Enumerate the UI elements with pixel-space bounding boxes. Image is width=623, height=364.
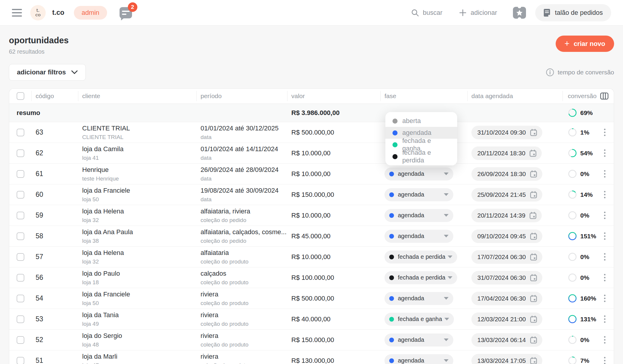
row-checkbox[interactable] xyxy=(17,170,24,178)
fase-select[interactable]: agendada xyxy=(384,167,453,181)
page-title: oportunidades xyxy=(9,36,69,45)
dropdown-item-fechada-e-perdida[interactable]: fechada e perdida xyxy=(385,151,457,162)
row-menu-button[interactable] xyxy=(603,231,607,241)
scheduled-date-picker[interactable]: 09/10/2024 09:45 xyxy=(471,229,542,243)
chevron-down-icon xyxy=(444,173,449,175)
add-filters-button[interactable]: adicionar filtros xyxy=(9,64,86,81)
admin-badge[interactable]: admin xyxy=(74,6,107,20)
row-checkbox[interactable] xyxy=(17,253,24,261)
order-pad-button[interactable]: talão de pedidos xyxy=(535,4,611,21)
create-new-button[interactable]: + criar novo xyxy=(556,36,614,52)
period-value: 19/08/2024 até 30/09/2024 xyxy=(201,187,279,194)
row-menu-button[interactable] xyxy=(603,335,607,345)
row-checkbox[interactable] xyxy=(17,212,24,219)
scheduled-date-picker[interactable]: 17/04/2024 06:30 xyxy=(471,292,542,305)
row-checkbox[interactable] xyxy=(17,149,24,157)
scheduled-date-picker[interactable]: 31/07/2024 06:30 xyxy=(471,271,542,285)
fase-select[interactable]: agendada xyxy=(384,292,453,305)
row-menu-button[interactable] xyxy=(603,127,607,137)
row-checkbox[interactable] xyxy=(17,191,24,199)
row-checkbox[interactable] xyxy=(17,274,24,282)
fase-select[interactable]: fechada e perdida xyxy=(384,250,457,264)
scheduled-date-picker[interactable]: 13/03/2024 06:14 xyxy=(471,333,542,347)
fase-select[interactable]: agendada xyxy=(384,209,453,222)
fase-select[interactable]: fechada e ganha xyxy=(384,313,454,326)
column-header-valor[interactable]: valor xyxy=(287,89,380,103)
scheduled-date-picker[interactable]: 25/09/2024 21:45 xyxy=(471,188,542,202)
calendar-icon xyxy=(530,336,537,344)
row-checkbox[interactable] xyxy=(17,315,24,323)
favorites-button[interactable] xyxy=(513,7,526,19)
row-menu-button[interactable] xyxy=(603,169,607,179)
select-all-checkbox[interactable] xyxy=(17,92,24,100)
row-code: 61 xyxy=(31,164,78,184)
conversion-value: 14% xyxy=(580,191,593,198)
info-icon[interactable] xyxy=(546,68,554,76)
column-header-cliente[interactable]: cliente xyxy=(78,89,196,103)
column-header-conversao[interactable]: conversão xyxy=(568,92,597,100)
row-code: 53 xyxy=(31,309,78,329)
scheduled-date-picker[interactable]: 26/09/2024 18:30 xyxy=(471,167,542,181)
conversion-value: 0% xyxy=(580,336,589,344)
row-checkbox[interactable] xyxy=(17,357,24,364)
search-button[interactable]: buscar xyxy=(411,9,442,17)
column-header-fase[interactable]: fase xyxy=(380,89,467,103)
create-new-label: criar novo xyxy=(574,40,605,48)
row-code: 54 xyxy=(31,288,78,309)
scheduled-date-picker[interactable]: 20/11/2024 14:39 xyxy=(471,209,542,222)
fase-label: agendada xyxy=(398,170,441,177)
scheduled-date-picker[interactable]: 12/03/2024 21:00 xyxy=(471,312,542,326)
plus-icon xyxy=(459,9,467,17)
conversion-ring xyxy=(568,169,577,178)
client-name: loja do Paulo xyxy=(82,270,120,277)
scheduled-date: 26/09/2024 18:30 xyxy=(477,170,526,178)
conversion-ring xyxy=(568,314,577,324)
fase-select[interactable]: fechada e perdida xyxy=(384,271,457,284)
filter-bar: adicionar filtros tempo de conversão xyxy=(0,55,623,88)
column-header-codigo[interactable]: código xyxy=(31,89,78,103)
scheduled-date-picker[interactable]: 13/03/2024 17:05 xyxy=(471,354,542,364)
conversion-value: 160% xyxy=(580,295,596,302)
row-checkbox[interactable] xyxy=(17,295,24,302)
scheduled-date-picker[interactable]: 20/11/2024 18:30 xyxy=(471,146,542,160)
row-checkbox[interactable] xyxy=(17,232,24,240)
table-row: 63 CLIENTE TRIAL CLIENTE TRIAL 01/01/202… xyxy=(9,122,614,143)
dropdown-item-aberta[interactable]: aberta xyxy=(385,115,457,127)
row-menu-button[interactable] xyxy=(603,356,607,364)
chevron-down-icon xyxy=(444,193,449,196)
fase-select[interactable]: agendada xyxy=(384,333,453,347)
row-value: R$ 45.000,00 xyxy=(287,226,380,246)
scheduled-date-picker[interactable]: 31/10/2024 09:30 xyxy=(471,126,542,139)
row-menu-button[interactable] xyxy=(603,210,607,220)
row-menu-button[interactable] xyxy=(603,314,607,324)
scheduled-date: 17/04/2024 06:30 xyxy=(477,295,526,302)
fase-select[interactable]: agendada xyxy=(384,230,453,243)
period-value: 01/10/2024 até 14/11/2024 xyxy=(201,145,278,153)
row-menu-button[interactable] xyxy=(603,252,607,262)
scheduled-date: 20/11/2024 14:39 xyxy=(477,212,525,219)
column-header-data-agendada[interactable]: data agendada xyxy=(467,89,562,103)
column-header-periodo[interactable]: período xyxy=(196,89,287,103)
period-value: alfaiataria, calçados, cosme... xyxy=(201,228,287,236)
client-name: loja da Franciele xyxy=(82,187,130,194)
row-menu-button[interactable] xyxy=(603,273,607,282)
row-checkbox[interactable] xyxy=(17,336,24,344)
row-menu-button[interactable] xyxy=(603,293,607,303)
menu-icon[interactable] xyxy=(12,9,22,17)
scheduled-date-picker[interactable]: 17/07/2024 06:30 xyxy=(471,250,542,264)
fase-select[interactable]: agendada xyxy=(384,354,453,364)
ticket-star-icon xyxy=(513,7,526,19)
row-checkbox[interactable] xyxy=(17,129,24,136)
row-menu-button[interactable] xyxy=(603,148,607,158)
row-menu-button[interactable] xyxy=(603,190,607,199)
calendar-icon xyxy=(530,295,537,302)
calendar-icon xyxy=(530,212,536,219)
scheduled-date: 12/03/2024 21:00 xyxy=(477,316,526,323)
row-value: R$ 10.000,00 xyxy=(287,164,380,184)
fase-select[interactable]: agendada xyxy=(384,188,453,201)
add-button[interactable]: adicionar xyxy=(459,9,497,17)
chat-button[interactable]: 2 xyxy=(120,7,132,18)
company-logo[interactable]: t. co xyxy=(30,5,46,20)
table-row: 54 loja da Franciele loja 50 riviera col… xyxy=(9,288,614,309)
columns-settings-icon[interactable] xyxy=(600,92,608,100)
